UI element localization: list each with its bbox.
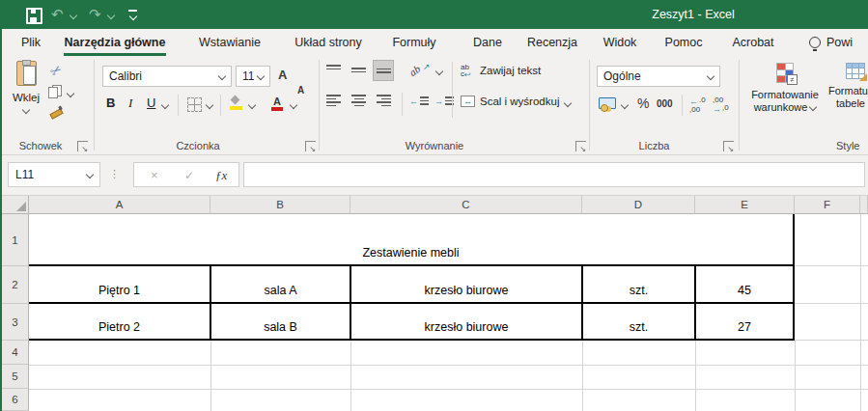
align-top-button[interactable] [326, 65, 341, 69]
column-header-F[interactable]: F [795, 196, 860, 214]
align-middle-button[interactable] [351, 68, 366, 72]
undo-icon[interactable]: ↶ [51, 7, 64, 21]
align-center-button[interactable] [351, 95, 366, 106]
tab-home[interactable]: Narzędzia główne [64, 29, 166, 56]
number-format-combo[interactable]: Ogólne [597, 66, 720, 87]
wrap-text-label: Zawijaj tekst [480, 65, 541, 76]
percent-style-button[interactable]: % [637, 96, 649, 111]
cancel-icon[interactable]: × [151, 163, 158, 188]
bold-button[interactable]: B [106, 96, 115, 110]
italic-button[interactable]: I [128, 96, 132, 111]
row-header-6[interactable]: 6 [2, 389, 29, 411]
align-right-button[interactable] [377, 95, 391, 106]
cell-A1-merged-title[interactable]: Zestawienie mebli [29, 214, 793, 264]
tab-acrobat[interactable]: Acrobat [725, 29, 781, 56]
decrease-indent-button[interactable]: ← [409, 96, 429, 106]
select-all-corner[interactable] [2, 196, 29, 214]
decrease-decimal-button[interactable]: ,00 →,0 [713, 96, 729, 114]
accounting-format-dropdown-icon[interactable] [622, 102, 628, 108]
enter-icon[interactable]: ✓ [184, 163, 194, 188]
clipboard-group-label: Schowek [8, 140, 73, 151]
wrap-text-button[interactable]: abc↩ Zawijaj tekst [461, 64, 541, 77]
row-header-5[interactable]: 5 [2, 365, 29, 389]
column-header-C[interactable]: C [350, 196, 582, 214]
copy-icon[interactable] [48, 85, 61, 97]
cell-E2[interactable]: 45 [696, 266, 793, 302]
window-title: Zeszyt1 - Excel [579, 0, 807, 29]
ribbon: Wklej ✂ Schowek Calibri 11 A A B I U A C… [0, 56, 868, 155]
row-header-1[interactable]: 1 [2, 214, 29, 266]
save-icon[interactable] [26, 8, 42, 24]
row-header-2[interactable]: 2 [2, 266, 29, 304]
borders-dropdown-icon[interactable] [207, 102, 212, 108]
ribbon-tab-bar: Plik Narzędzia główne Wstawianie Układ s… [0, 29, 868, 56]
number-dialog-launcher[interactable] [723, 141, 734, 151]
cell-A2[interactable]: Piętro 1 [29, 266, 210, 302]
font-name-value: Calibri [103, 69, 219, 83]
tab-page-layout[interactable]: Układ strony [289, 29, 368, 56]
cell-C3[interactable]: krzesło biurowe [351, 304, 581, 339]
tab-review[interactable]: Recenzja [520, 29, 584, 56]
formula-input[interactable] [243, 162, 865, 187]
font-name-combo[interactable]: Calibri [102, 66, 232, 87]
column-header-D[interactable]: D [582, 196, 695, 214]
clipboard-dialog-launcher[interactable] [77, 141, 88, 151]
cell-D3[interactable]: szt. [583, 304, 694, 339]
comma-style-button[interactable]: 000 [657, 98, 673, 109]
tell-me-lightbulb-icon[interactable] [809, 37, 821, 48]
cell-E3[interactable]: 27 [696, 304, 793, 339]
tab-tell-me[interactable]: Powi [826, 29, 868, 56]
align-bottom-button[interactable] [373, 60, 394, 81]
column-header-A[interactable]: A [29, 196, 210, 214]
formula-bar: L11 ⋮ × ✓ ƒx [0, 155, 868, 196]
tab-help[interactable]: Pomoc [658, 29, 709, 56]
font-size-combo[interactable]: 11 [236, 66, 270, 87]
row-header-4[interactable]: 4 [2, 341, 29, 365]
column-header-E[interactable]: E [695, 196, 795, 214]
formula-buttons: × ✓ ƒx [133, 162, 239, 187]
merge-center-button[interactable]: ↔ Scal i wyśrodkuj [461, 96, 559, 107]
increase-decimal-button[interactable]: ←.0 ,00 [689, 96, 706, 114]
tab-view[interactable]: Widok [597, 29, 643, 56]
undo-dropdown-icon[interactable] [70, 13, 76, 18]
row-header-3[interactable]: 3 [2, 304, 29, 341]
customize-quick-access-icon[interactable] [128, 10, 137, 19]
cut-icon[interactable]: ✂ [47, 62, 65, 79]
paste-dropdown-icon [22, 106, 30, 114]
conditional-formatting-button[interactable]: ≠ Formatowanie warunkowe [743, 60, 826, 133]
tab-file[interactable]: Plik [15, 29, 46, 56]
cell-D2[interactable]: szt. [583, 266, 694, 302]
borders-icon[interactable] [187, 97, 202, 112]
cell-B3[interactable]: sala B [211, 304, 350, 339]
insert-function-icon[interactable]: ƒx [215, 163, 227, 188]
paste-button[interactable]: Wklej [8, 61, 44, 138]
accounting-format-icon[interactable] [599, 97, 616, 109]
font-color-icon[interactable]: A [271, 96, 283, 111]
formula-bar-splitter[interactable]: ⋮ [109, 168, 120, 179]
align-left-button[interactable] [326, 95, 341, 106]
fill-color-icon[interactable] [230, 96, 243, 110]
orientation-dropdown-icon[interactable] [436, 68, 442, 74]
redo-icon[interactable]: ↷ [89, 7, 101, 21]
alignment-dialog-launcher[interactable] [575, 141, 586, 151]
copy-dropdown-icon[interactable] [68, 91, 73, 96]
cell-B2[interactable]: sala A [211, 266, 350, 302]
increase-indent-button[interactable]: → [434, 96, 454, 106]
redo-dropdown-icon[interactable] [108, 13, 114, 18]
name-box[interactable]: L11 [8, 162, 100, 187]
column-header-B[interactable]: B [210, 196, 350, 214]
font-dialog-launcher[interactable] [305, 141, 316, 151]
cell-C2[interactable]: krzesło biurowe [351, 266, 581, 302]
column-header-G-partial[interactable] [860, 196, 868, 214]
tab-data[interactable]: Dane [467, 29, 508, 56]
cell-A3[interactable]: Pietro 2 [29, 304, 210, 339]
tab-formulas[interactable]: Formuły [385, 29, 443, 56]
underline-dropdown-icon[interactable] [162, 102, 168, 108]
font-color-dropdown-icon[interactable] [291, 102, 296, 108]
format-painter-icon[interactable] [49, 106, 62, 118]
format-as-table-button[interactable]: Formatu tabele [828, 60, 868, 133]
underline-button[interactable]: U [147, 96, 155, 110]
tab-insert[interactable]: Wstawianie [193, 29, 266, 56]
fill-color-dropdown-icon[interactable] [249, 102, 255, 108]
merge-center-dropdown-icon[interactable] [565, 100, 571, 106]
